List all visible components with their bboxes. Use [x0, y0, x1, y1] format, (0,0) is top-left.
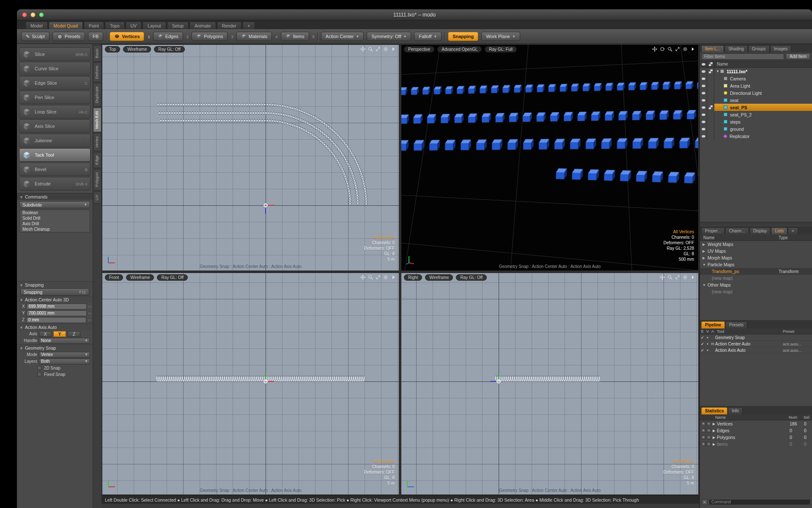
tool-slice[interactable]: SliceShift-C [19, 47, 91, 61]
vtab-basic[interactable]: Basic [93, 45, 102, 61]
item-row-seat[interactable]: seat [700, 97, 812, 104]
maximize-view-icon[interactable] [675, 47, 680, 52]
snapping-button[interactable]: Snapping [448, 32, 478, 41]
action-center-section-header[interactable]: ▼Action Center Auto 3D [17, 296, 93, 303]
stat-row-edges[interactable]: +− ▶Edges 00 [700, 427, 812, 434]
symmetry-dropdown[interactable]: Symmetry: Off▼ [367, 32, 411, 41]
list-row-new-map[interactable]: (new map) [700, 288, 812, 295]
tab-pipeline[interactable]: Pipeline [701, 321, 725, 329]
expand-arrow-icon[interactable]: ▶ [713, 442, 717, 446]
tab-setup[interactable]: Setup [167, 22, 189, 29]
falloff-dropdown[interactable]: Falloff▼ [414, 32, 442, 41]
vtab-deform[interactable]: Deform [93, 62, 102, 82]
viewport-name-pill[interactable]: Front [105, 274, 123, 281]
command-input[interactable] [709, 499, 810, 505]
tool-tack-tool[interactable]: Tack Tool [19, 148, 91, 162]
list-row-morph-maps[interactable]: ▶Morph Maps [700, 254, 812, 261]
viewport-right[interactable]: Right Wireframe Ray GL: Off All Vertices [401, 273, 698, 494]
eye-icon[interactable] [700, 118, 707, 125]
add-selection-button[interactable]: + [701, 435, 705, 439]
tab-lists[interactable]: Lists [771, 227, 787, 235]
maximize-view-icon[interactable] [376, 47, 381, 52]
tool-pen-slice[interactable]: Pen Slice [19, 91, 91, 104]
tab-add[interactable]: + [242, 22, 255, 29]
tab-groups[interactable]: Groups [748, 45, 770, 52]
tab-animate[interactable]: Animate [189, 22, 216, 29]
eye-icon[interactable] [700, 75, 707, 82]
snap-mode-dropdown[interactable]: Vertex▼ [39, 352, 90, 358]
tool-julienne[interactable]: Julienne [19, 134, 91, 147]
enabled-check-icon[interactable]: ✓ [700, 335, 705, 340]
list-row-transform-ps-selected[interactable]: Transform_psTransform [700, 268, 812, 275]
vtab-vertex[interactable]: Vertex [93, 133, 102, 151]
move-view-icon[interactable] [360, 275, 365, 280]
viewport-menu-arrow-icon[interactable] [391, 275, 396, 280]
zoom-view-icon[interactable] [667, 47, 672, 52]
tool-loop-slice[interactable]: Loop SliceAlt-C [19, 105, 91, 119]
item-row-scene[interactable]: ▼11111.lxo* [700, 68, 812, 75]
materials-mode-button[interactable]: Materials [236, 32, 272, 41]
vtab-edge[interactable]: Edge [93, 152, 102, 168]
command-axis-drill[interactable]: Axis Drill [20, 221, 90, 226]
subdivide-dropdown[interactable]: Subdivide▼ [19, 201, 90, 208]
pipeline-row-geometry-snap[interactable]: ✓• Geometry Snap [700, 334, 812, 341]
tab-shading[interactable]: Shading [724, 45, 748, 52]
raygl-pill[interactable]: Ray GL: Off [154, 46, 185, 52]
vtab-mesh-edit[interactable]: Mesh Edit [93, 108, 102, 132]
zoom-view-icon[interactable] [368, 275, 373, 280]
expand-arrow-icon[interactable]: ▶ [713, 422, 717, 426]
tab-channels[interactable]: Chann... [725, 227, 749, 235]
spinner-arrows-icon[interactable]: ‹› [88, 311, 92, 315]
collapse-arrow-icon[interactable]: ▼ [702, 283, 708, 287]
tab-properties[interactable]: Proper... [701, 227, 725, 235]
viewport-front[interactable]: Front Wireframe Ray GL: Off All Vertices [102, 273, 399, 494]
item-row-area-light[interactable]: Area Light [700, 82, 812, 89]
zoom-view-icon[interactable] [667, 275, 672, 280]
item-row-ground[interactable]: ground [700, 125, 812, 133]
expand-arrow-icon[interactable]: ▶ [713, 436, 717, 439]
raygl-pill[interactable]: Ray GL: Off [456, 274, 487, 281]
axis-z-button[interactable]: Z [68, 331, 80, 337]
maximize-view-icon[interactable] [376, 275, 381, 280]
list-row-particle-maps[interactable]: ▼Particle Maps [700, 261, 812, 268]
filter-items-input[interactable] [702, 53, 784, 60]
raygl-pill[interactable]: Ray GL: Off [157, 274, 188, 281]
item-row-replicator[interactable]: Replicator [700, 133, 812, 140]
tab-presets[interactable]: Presets [725, 321, 747, 329]
snapping-toggle-button[interactable]: SnappingF11 [20, 288, 89, 295]
stat-row-polygons[interactable]: +− ▶Polygons 00 [700, 434, 812, 441]
2d-snap-checkbox[interactable] [37, 366, 41, 370]
item-row-camera[interactable]: Camera [700, 75, 812, 82]
items-mode-button[interactable]: Items [281, 32, 309, 41]
orbit-view-icon[interactable] [660, 47, 665, 52]
item-row-seat-ps-selected[interactable]: seat_PS [700, 104, 812, 111]
vertices-mode-button[interactable]: Vertices [110, 32, 144, 41]
stat-row-vertices[interactable]: +− ▶Vertices 1860 [700, 420, 812, 427]
command-mesh-cleanup[interactable]: Mesh Cleanup [20, 226, 90, 232]
work-plane-dropdown[interactable]: Work Plane▼ [481, 32, 520, 41]
tool-curve-slice[interactable]: Curve Slice [19, 62, 91, 75]
tab-layout[interactable]: Layout [143, 22, 166, 29]
tab-paint[interactable]: Paint [84, 22, 104, 29]
expand-arrow-icon[interactable]: ▶ [713, 429, 717, 433]
tab-display[interactable]: Display [749, 227, 771, 235]
remove-selection-button[interactable]: − [707, 442, 711, 446]
z-position-field[interactable] [26, 317, 86, 323]
viewport-name-pill[interactable]: Top [105, 46, 120, 52]
remove-selection-button[interactable]: − [707, 428, 711, 433]
commands-header[interactable]: ▼Commands [17, 193, 93, 200]
checker-icon[interactable] [707, 104, 714, 111]
presets-button[interactable]: Presets [52, 32, 85, 41]
pipeline-row-action-axis[interactable]: ✓• Action Axis Autoactr.auto... [700, 347, 812, 353]
polygons-mode-button[interactable]: Polygons [192, 32, 228, 41]
eye-icon[interactable] [700, 97, 707, 104]
shading-mode-pill[interactable]: Advanced OpenGL [437, 46, 482, 52]
add-selection-button[interactable]: + [701, 442, 705, 446]
viewport-top[interactable]: Top Wireframe Ray GL: Off [102, 45, 399, 271]
tool-extrude[interactable]: ExtrudeShift-X [19, 177, 91, 190]
tab-model[interactable]: Model [25, 22, 48, 29]
list-row-new-map[interactable]: (new map) [700, 275, 812, 282]
eye-icon[interactable] [700, 104, 707, 111]
pipeline-row-action-center[interactable]: ✓•m Action Center Autoactr.auto... [700, 341, 812, 347]
snapping-section-header[interactable]: ▼Snapping [17, 281, 93, 288]
